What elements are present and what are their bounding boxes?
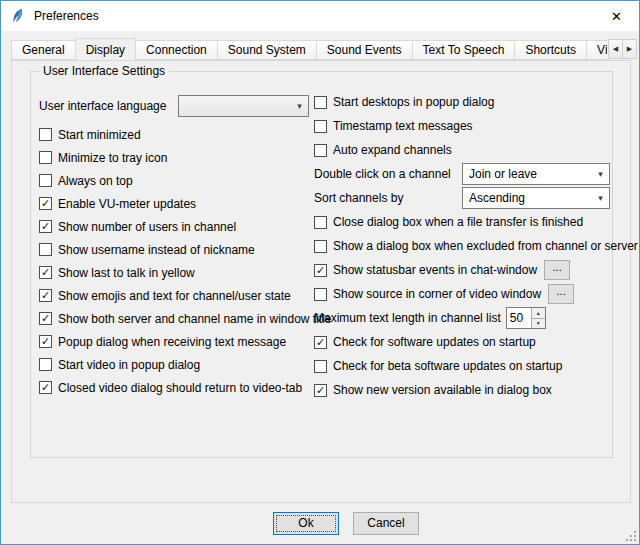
checkbox-check-for-software-updates-on-startup[interactable]: ✓ (314, 336, 327, 349)
tab-sound-system[interactable]: Sound System (217, 40, 317, 60)
display-tab-pane: User Interface Settings User interface l… (11, 60, 631, 503)
checkbox-row-show-new-version-available-in-dialog-box[interactable]: ✓Show new version available in dialog bo… (314, 378, 610, 402)
checkbox-popup-dialog-when-receiving-text-message[interactable]: ✓ (39, 335, 52, 348)
spinner-arrows: ▲ ▼ (531, 308, 545, 328)
language-dropdown[interactable]: ▾ (178, 95, 309, 117)
double-click-row: Double click on a channel Join or leave … (314, 162, 610, 186)
max-text-length-spinner[interactable]: 50 ▲ ▼ (506, 307, 546, 329)
checkbox-label: Always on top (58, 174, 133, 188)
left-column: User interface language ▾ Start minimize… (39, 94, 315, 399)
checkbox-row-show-source-in-corner-of-video-window[interactable]: Show source in corner of video window... (314, 282, 610, 306)
chevron-down-icon: ▾ (594, 193, 607, 203)
checkbox-row-auto-expand-channels[interactable]: Auto expand channels (314, 138, 610, 162)
tab-scroll-right-button[interactable]: ▶ (622, 39, 637, 59)
checkbox-row-timestamp-text-messages[interactable]: Timestamp text messages (314, 114, 610, 138)
resize-grip[interactable] (624, 529, 637, 542)
ellipsis-button-show-source-in-corner-of-video-window[interactable]: ... (548, 284, 574, 304)
tab-scroll-left-button[interactable]: ◀ (608, 39, 623, 59)
checkbox-label: Show number of users in channel (58, 220, 236, 234)
checkbox-row-show-username-instead-of-nickname[interactable]: Show username instead of nickname (39, 238, 315, 261)
tab-bar: GeneralDisplayConnectionSound SystemSoun… (11, 38, 637, 60)
checkbox-label: Minimize to tray icon (58, 151, 167, 165)
checkbox-label: Show new version available in dialog box (333, 383, 552, 397)
chevron-down-icon: ▾ (293, 101, 306, 111)
checkbox-row-start-minimized[interactable]: Start minimized (39, 123, 315, 146)
checkbox-label: Show emojis and text for channel/user st… (58, 289, 291, 303)
checkbox-enable-vu-meter-updates[interactable]: ✓ (39, 197, 52, 210)
checkbox-row-show-emojis-and-text-for-channel-user-state[interactable]: ✓Show emojis and text for channel/user s… (39, 284, 315, 307)
cancel-button[interactable]: Cancel (353, 512, 419, 535)
close-icon: ✕ (611, 9, 622, 24)
checkbox-label: Closed video dialog should return to vid… (58, 381, 302, 395)
checkbox-show-number-of-users-in-channel[interactable]: ✓ (39, 220, 52, 233)
checkbox-label: Show a dialog box when excluded from cha… (333, 239, 638, 253)
tab-text-to-speech[interactable]: Text To Speech (412, 40, 516, 60)
checkbox-row-popup-dialog-when-receiving-text-message[interactable]: ✓Popup dialog when receiving text messag… (39, 330, 315, 353)
ellipsis-button-show-statusbar-events-in-chat-window[interactable]: ... (544, 260, 570, 280)
checkbox-row-enable-vu-meter-updates[interactable]: ✓Enable VU-meter updates (39, 192, 315, 215)
checkbox-row-always-on-top[interactable]: Always on top (39, 169, 315, 192)
checkbox-label: Start desktops in popup dialog (333, 95, 494, 109)
double-click-label: Double click on a channel (314, 167, 462, 181)
checkbox-label: Enable VU-meter updates (58, 197, 196, 211)
titlebar: Preferences ✕ (1, 1, 639, 31)
checkbox-row-check-for-software-updates-on-startup[interactable]: ✓Check for software updates on startup (314, 330, 610, 354)
tab-display[interactable]: Display (75, 38, 136, 60)
checkbox-label: Start video in popup dialog (58, 358, 200, 372)
checkbox-show-a-dialog-box-when-excluded-from-channel-or-[interactable] (314, 240, 327, 253)
checkbox-row-start-desktops-in-popup-dialog[interactable]: Start desktops in popup dialog (314, 90, 610, 114)
checkbox-closed-video-dialog-should-return-to-video-tab[interactable]: ✓ (39, 381, 52, 394)
group-title: User Interface Settings (39, 64, 169, 78)
checkbox-show-statusbar-events-in-chat-window[interactable]: ✓ (314, 264, 327, 277)
checkbox-check-for-beta-software-updates-on-startup[interactable] (314, 360, 327, 373)
checkbox-row-show-last-to-talk-in-yellow[interactable]: ✓Show last to talk in yellow (39, 261, 315, 284)
checkbox-row-show-statusbar-events-in-chat-window[interactable]: ✓Show statusbar events in chat-window... (314, 258, 610, 282)
checkbox-show-username-instead-of-nickname[interactable] (39, 243, 52, 256)
checkbox-auto-expand-channels[interactable] (314, 144, 327, 157)
checkbox-always-on-top[interactable] (39, 174, 52, 187)
checkbox-close-dialog-box-when-a-file-transfer-is-finishe[interactable] (314, 216, 327, 229)
checkbox-row-minimize-to-tray-icon[interactable]: Minimize to tray icon (39, 146, 315, 169)
checkbox-start-video-in-popup-dialog[interactable] (39, 358, 52, 371)
tab-connection[interactable]: Connection (135, 40, 218, 60)
spin-up-button[interactable]: ▲ (532, 308, 545, 318)
checkbox-show-last-to-talk-in-yellow[interactable]: ✓ (39, 266, 52, 279)
checkbox-label: Check for beta software updates on start… (333, 359, 562, 373)
spin-down-button[interactable]: ▼ (532, 318, 545, 329)
window-title: Preferences (34, 1, 99, 31)
checkbox-row-check-for-beta-software-updates-on-startup[interactable]: Check for beta software updates on start… (314, 354, 610, 378)
checkbox-row-start-video-in-popup-dialog[interactable]: Start video in popup dialog (39, 353, 315, 376)
app-icon (10, 8, 26, 24)
checkbox-label: Popup dialog when receiving text message (58, 335, 286, 349)
checkbox-show-emojis-and-text-for-channel-user-state[interactable]: ✓ (39, 289, 52, 302)
checkbox-row-show-both-server-and-channel-name-in-window-titl[interactable]: ✓Show both server and channel name in wi… (39, 307, 315, 330)
sort-channels-dropdown[interactable]: Ascending ▾ (462, 187, 610, 209)
close-button[interactable]: ✕ (594, 1, 639, 31)
sort-channels-row: Sort channels by Ascending ▾ (314, 186, 610, 210)
right-mid-checkbox-list: Close dialog box when a file transfer is… (314, 210, 610, 306)
checkbox-start-minimized[interactable] (39, 128, 52, 141)
checkbox-row-show-a-dialog-box-when-excluded-from-channel-or-[interactable]: Show a dialog box when excluded from cha… (314, 234, 610, 258)
double-click-dropdown-value: Join or leave (469, 167, 594, 181)
checkbox-minimize-to-tray-icon[interactable] (39, 151, 52, 164)
sort-channels-dropdown-value: Ascending (469, 191, 594, 205)
scroll-right-icon: ▶ (627, 45, 632, 53)
tab-shortcuts[interactable]: Shortcuts (514, 40, 587, 60)
tab-video[interactable]: Video (586, 40, 607, 60)
checkbox-start-desktops-in-popup-dialog[interactable] (314, 96, 327, 109)
checkbox-row-close-dialog-box-when-a-file-transfer-is-finishe[interactable]: Close dialog box when a file transfer is… (314, 210, 610, 234)
double-click-dropdown[interactable]: Join or leave ▾ (462, 163, 610, 185)
checkbox-row-closed-video-dialog-should-return-to-video-tab[interactable]: ✓Closed video dialog should return to vi… (39, 376, 315, 399)
checkbox-label: Show source in corner of video window (333, 287, 541, 301)
ok-button[interactable]: Ok (273, 512, 339, 535)
max-text-length-row: Maximum text length in channel list 50 ▲… (314, 306, 610, 330)
checkbox-label: Start minimized (58, 128, 141, 142)
checkbox-show-both-server-and-channel-name-in-window-titl[interactable]: ✓ (39, 312, 52, 325)
checkbox-label: Close dialog box when a file transfer is… (333, 215, 583, 229)
checkbox-show-new-version-available-in-dialog-box[interactable]: ✓ (314, 384, 327, 397)
checkbox-timestamp-text-messages[interactable] (314, 120, 327, 133)
tab-general[interactable]: General (11, 40, 76, 60)
tab-sound-events[interactable]: Sound Events (316, 40, 413, 60)
checkbox-row-show-number-of-users-in-channel[interactable]: ✓Show number of users in channel (39, 215, 315, 238)
checkbox-show-source-in-corner-of-video-window[interactable] (314, 288, 327, 301)
